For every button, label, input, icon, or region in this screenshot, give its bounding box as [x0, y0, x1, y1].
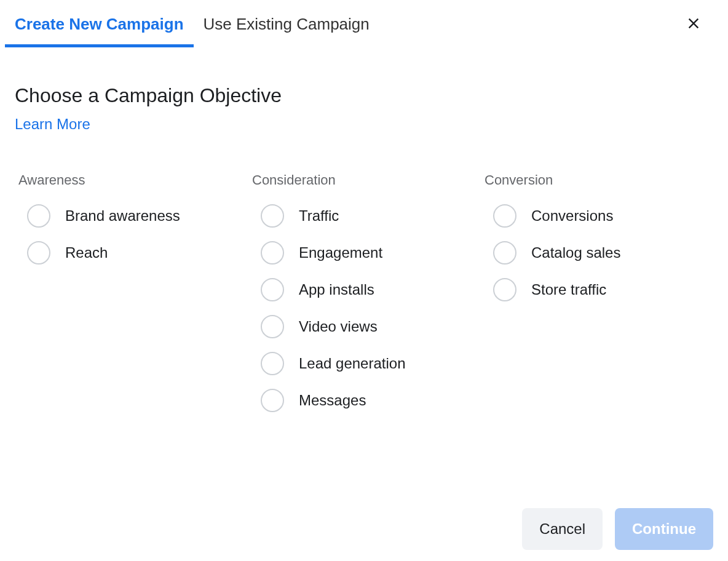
- tab-use-existing-campaign[interactable]: Use Existing Campaign: [194, 0, 379, 47]
- radio-icon: [261, 315, 284, 338]
- continue-button[interactable]: Continue: [615, 508, 713, 550]
- option-store-traffic[interactable]: Store traffic: [481, 278, 713, 301]
- column-header-consideration: Consideration: [248, 172, 481, 188]
- option-label: Conversions: [531, 207, 613, 225]
- radio-icon: [493, 241, 516, 265]
- option-label: Messages: [299, 392, 366, 409]
- option-engagement[interactable]: Engagement: [248, 241, 481, 265]
- option-label: Store traffic: [531, 281, 606, 298]
- option-traffic[interactable]: Traffic: [248, 204, 481, 228]
- column-conversion: Conversion Conversions Catalog sales Sto…: [481, 172, 713, 426]
- option-label: Catalog sales: [531, 244, 620, 261]
- close-button[interactable]: [682, 12, 705, 34]
- radio-icon: [261, 204, 284, 228]
- radio-icon: [27, 241, 50, 265]
- tabs-bar: Create New Campaign Use Existing Campaig…: [0, 0, 728, 47]
- option-label: Video views: [299, 318, 378, 335]
- learn-more-link[interactable]: Learn More: [15, 116, 90, 133]
- radio-icon: [493, 204, 516, 228]
- option-app-installs[interactable]: App installs: [248, 278, 481, 301]
- option-brand-awareness[interactable]: Brand awareness: [15, 204, 248, 228]
- cancel-button[interactable]: Cancel: [522, 508, 603, 550]
- option-label: Traffic: [299, 207, 339, 225]
- column-awareness: Awareness Brand awareness Reach: [15, 172, 248, 426]
- radio-icon: [493, 278, 516, 301]
- radio-icon: [261, 352, 284, 375]
- column-header-awareness: Awareness: [15, 172, 248, 188]
- main-content: Choose a Campaign Objective Learn More A…: [0, 47, 728, 426]
- option-label: Engagement: [299, 244, 382, 261]
- radio-icon: [261, 241, 284, 265]
- option-conversions[interactable]: Conversions: [481, 204, 713, 228]
- radio-icon: [261, 389, 284, 412]
- option-label: Lead generation: [299, 355, 405, 372]
- option-catalog-sales[interactable]: Catalog sales: [481, 241, 713, 265]
- option-label: Reach: [65, 244, 108, 261]
- page-title: Choose a Campaign Objective: [15, 84, 713, 107]
- radio-icon: [261, 278, 284, 301]
- option-messages[interactable]: Messages: [248, 389, 481, 412]
- objective-columns: Awareness Brand awareness Reach Consider…: [15, 172, 713, 426]
- option-video-views[interactable]: Video views: [248, 315, 481, 338]
- option-reach[interactable]: Reach: [15, 241, 248, 265]
- column-header-conversion: Conversion: [481, 172, 713, 188]
- option-lead-generation[interactable]: Lead generation: [248, 352, 481, 375]
- close-icon: [685, 15, 702, 32]
- option-label: Brand awareness: [65, 207, 180, 225]
- radio-icon: [27, 204, 50, 228]
- column-consideration: Consideration Traffic Engagement App ins…: [248, 172, 481, 426]
- footer-actions: Cancel Continue: [522, 508, 713, 550]
- option-label: App installs: [299, 281, 374, 298]
- tab-create-new-campaign[interactable]: Create New Campaign: [5, 0, 194, 47]
